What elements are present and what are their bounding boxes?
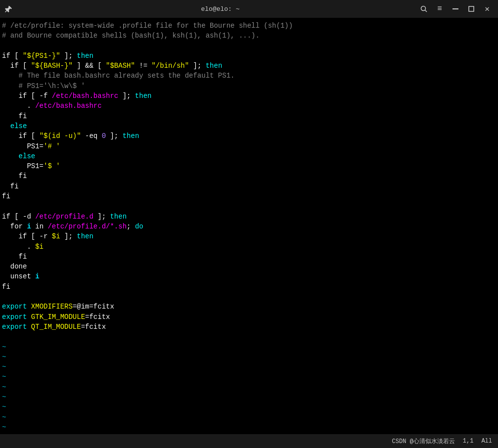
cursor-position: 1,1 [463, 438, 474, 445]
titlebar: elo@elo: ~ ≡ ✕ [0, 0, 498, 18]
svg-rect-3 [469, 6, 474, 11]
window-title: elo@elo: ~ [24, 5, 417, 13]
search-button[interactable] [417, 2, 431, 16]
menu-button[interactable]: ≡ [433, 2, 447, 16]
terminal-content[interactable]: # /etc/profile: system-wide .profile fil… [0, 18, 498, 434]
close-button[interactable]: ✕ [480, 2, 494, 16]
watermark-text: CSDN @心清似水淡若云 [392, 437, 455, 446]
titlebar-left [4, 4, 24, 14]
svg-point-0 [421, 6, 426, 11]
svg-rect-2 [453, 8, 458, 9]
pin-icon[interactable] [4, 4, 14, 14]
titlebar-controls: ≡ ✕ [417, 2, 494, 16]
statusbar: CSDN @心清似水淡若云 1,1 All [0, 434, 498, 448]
svg-line-1 [425, 10, 427, 12]
mode-indicator: All [481, 438, 492, 445]
minimize-button[interactable] [449, 2, 462, 16]
restore-button[interactable] [464, 2, 478, 16]
